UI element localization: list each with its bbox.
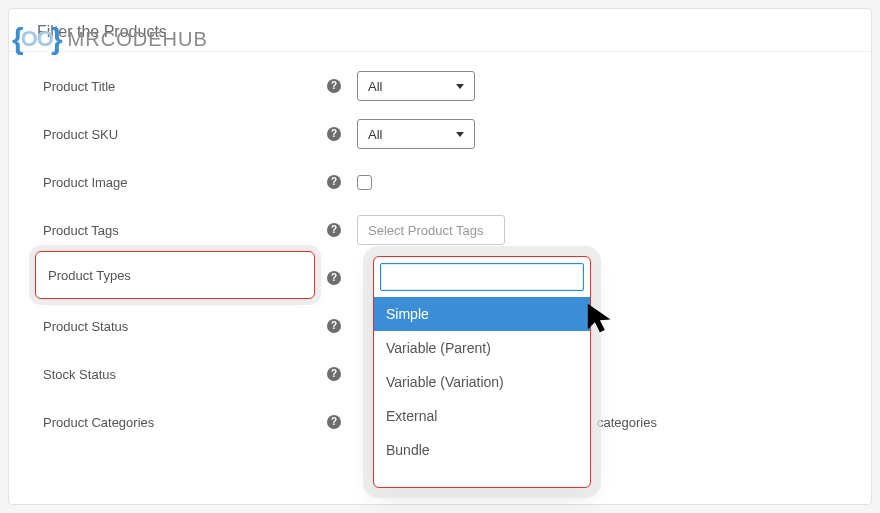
select-product-sku[interactable]: All: [357, 119, 475, 149]
help-icon: ?: [327, 127, 341, 141]
filter-panel: Filter the Products Product Title ? All …: [8, 8, 872, 505]
row-product-categories: Product Categories ? categories: [37, 398, 843, 446]
input-product-tags[interactable]: Select Product Tags: [357, 215, 505, 245]
panel-title: Filter the Products: [9, 9, 871, 52]
help-icon: ?: [327, 175, 341, 189]
chevron-down-icon: [456, 132, 464, 137]
label-product-sku: Product SKU: [37, 127, 327, 142]
help-icon: ?: [327, 367, 341, 381]
help-icon: ?: [327, 271, 341, 285]
help-product-sku[interactable]: ?: [327, 127, 357, 141]
label-product-image: Product Image: [37, 175, 327, 190]
help-product-image[interactable]: ?: [327, 175, 357, 189]
label-product-tags: Product Tags: [37, 223, 327, 238]
select-value: All: [368, 127, 382, 142]
row-stock-status: Stock Status ?: [37, 350, 843, 398]
label-stock-status: Stock Status: [37, 367, 327, 382]
chevron-down-icon: [456, 84, 464, 89]
help-icon: ?: [327, 415, 341, 429]
help-icon: ?: [327, 223, 341, 237]
help-product-tags[interactable]: ?: [327, 223, 357, 237]
help-product-categories[interactable]: ?: [327, 415, 357, 429]
label-product-categories: Product Categories: [37, 415, 327, 430]
checkbox-product-image[interactable]: [357, 175, 372, 190]
select-value: All: [368, 79, 382, 94]
row-product-image: Product Image ?: [37, 158, 843, 206]
panel-body: Product Title ? All Product SKU ? All Pr…: [9, 52, 871, 446]
label-product-title: Product Title: [37, 79, 327, 94]
select-product-title[interactable]: All: [357, 71, 475, 101]
placeholder: Select Product Tags: [368, 223, 483, 238]
row-product-tags: Product Tags ? Select Product Tags: [37, 206, 843, 254]
row-product-status: Product Status ?: [37, 302, 843, 350]
label-product-status: Product Status: [37, 319, 327, 334]
help-icon: ?: [327, 79, 341, 93]
help-product-title[interactable]: ?: [327, 79, 357, 93]
help-product-status[interactable]: ?: [327, 319, 357, 333]
row-product-types: ?: [37, 254, 843, 302]
row-product-sku: Product SKU ? All: [37, 110, 843, 158]
help-icon: ?: [327, 319, 341, 333]
help-product-types[interactable]: ?: [327, 271, 357, 285]
row-product-title: Product Title ? All: [37, 62, 843, 110]
help-stock-status[interactable]: ?: [327, 367, 357, 381]
categories-suffix-text: categories: [597, 415, 657, 430]
